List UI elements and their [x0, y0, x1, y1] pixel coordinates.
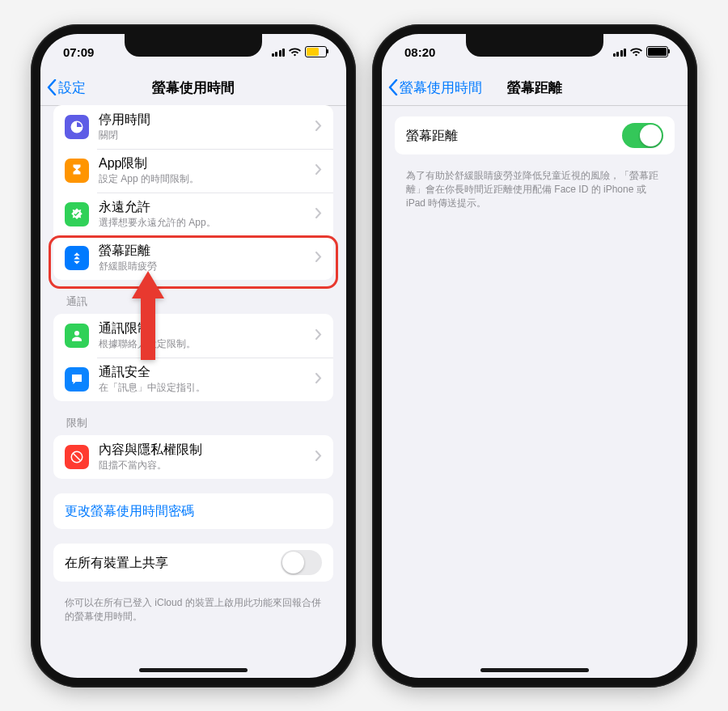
status-right	[613, 46, 669, 57]
chevron-left-icon	[47, 79, 57, 95]
nav-bar: 設定 螢幕使用時間	[40, 70, 346, 106]
distance-title: 螢幕距離	[99, 243, 311, 259]
svg-point-0	[74, 331, 79, 336]
chevron-right-icon	[315, 450, 322, 464]
commlimit-sub: 根據聯絡人設定限制。	[99, 337, 311, 351]
section-restrict-label: 限制	[66, 416, 320, 430]
applimit-title: App限制	[99, 155, 311, 171]
share-title: 在所有裝置上共享	[65, 555, 281, 571]
commsafe-title: 通訊安全	[99, 364, 311, 380]
row-distance-toggle[interactable]: 螢幕距離	[395, 116, 675, 154]
distance-icon	[65, 246, 89, 270]
group-distance: 螢幕距離	[395, 116, 675, 154]
chevron-right-icon	[315, 207, 322, 222]
row-downtime[interactable]: 停用時間 關閉	[53, 105, 333, 149]
row-screen-distance[interactable]: 螢幕距離 舒緩眼睛疲勞	[53, 236, 333, 280]
wifi-icon	[630, 48, 642, 57]
commlimit-title: 通訊限制	[99, 320, 311, 336]
chevron-right-icon	[315, 372, 322, 387]
home-indicator	[480, 668, 589, 672]
group-share: 在所有裝置上共享	[53, 544, 333, 582]
status-time: 07:09	[63, 45, 94, 59]
passcode-title: 更改螢幕使用時間密碼	[65, 503, 322, 519]
distance-sub: 舒緩眼睛疲勞	[99, 260, 311, 273]
nav-bar: 螢幕使用時間 螢幕距離	[382, 70, 688, 106]
content-title: 內容與隱私權限制	[99, 442, 311, 458]
chevron-right-icon	[315, 163, 322, 178]
row-app-limit[interactable]: App限制 設定 App 的時間限制。	[53, 149, 333, 193]
content-sub: 阻擋不當內容。	[99, 459, 311, 472]
back-label: 設定	[58, 78, 86, 97]
section-comm-label: 通訊	[66, 294, 320, 309]
nosign-icon	[65, 445, 89, 469]
signal-icon	[613, 48, 627, 57]
wifi-icon	[289, 48, 301, 57]
distance-toggle[interactable]	[622, 123, 663, 148]
group-restrictions: 內容與隱私權限制 阻擋不當內容。	[53, 435, 333, 479]
commsafe-sub: 在「訊息」中設定指引。	[99, 381, 311, 395]
row-comm-limit[interactable]: 通訊限制 根據聯絡人設定限制。	[53, 314, 333, 358]
back-label: 螢幕使用時間	[400, 78, 482, 97]
always-sub: 選擇想要永遠允許的 App。	[99, 216, 311, 230]
row-share-devices[interactable]: 在所有裝置上共享	[53, 544, 333, 582]
distance-toggle-title: 螢幕距離	[406, 128, 622, 144]
row-comm-safety[interactable]: 通訊安全 在「訊息」中設定指引。	[53, 358, 333, 401]
applimit-sub: 設定 App 的時間限制。	[99, 172, 311, 186]
phone-right: 08:20 螢幕使用時間 螢幕距離 螢幕距離 為了有助於舒緩眼睛疲勞並降低兒童近…	[372, 24, 697, 688]
chevron-right-icon	[315, 120, 322, 134]
checkmark-icon	[65, 202, 89, 226]
nav-title: 螢幕使用時間	[152, 78, 235, 97]
home-indicator	[139, 668, 248, 672]
content-left: 停用時間 關閉 App限制 設定 App 的時間限制。	[40, 105, 346, 678]
status-time: 08:20	[404, 45, 435, 59]
back-button[interactable]: 螢幕使用時間	[388, 70, 482, 105]
chevron-right-icon	[315, 328, 322, 343]
row-content-restrict[interactable]: 內容與隱私權限制 阻擋不當內容。	[53, 435, 333, 479]
person-icon	[65, 324, 89, 348]
row-always-allowed[interactable]: 永遠允許 選擇想要永遠允許的 App。	[53, 193, 333, 236]
downtime-sub: 關閉	[99, 129, 311, 142]
status-right	[272, 46, 328, 57]
phone-left: 07:09 設定 螢幕使用時間 停用時間	[31, 24, 356, 688]
group-communication: 通訊限制 根據聯絡人設定限制。 通訊安全 在「訊息」中設定指引。	[53, 314, 333, 401]
screen-right: 08:20 螢幕使用時間 螢幕距離 螢幕距離 為了有助於舒緩眼睛疲勞並降低兒童近…	[382, 34, 688, 678]
downtime-icon	[65, 115, 89, 139]
back-button[interactable]: 設定	[47, 70, 86, 105]
svg-line-2	[74, 454, 81, 461]
group-limits: 停用時間 關閉 App限制 設定 App 的時間限制。	[53, 105, 333, 280]
content-right: 螢幕距離 為了有助於舒緩眼睛疲勞並降低兒童近視的風險，「螢幕距離」會在你長時間近…	[382, 105, 688, 678]
bubble-icon	[65, 367, 89, 391]
notch	[125, 34, 262, 57]
share-footer: 你可以在所有已登入 iCloud 的裝置上啟用此功能來回報合併的螢幕使用時間。	[65, 596, 322, 624]
row-change-passcode[interactable]: 更改螢幕使用時間密碼	[53, 493, 333, 529]
downtime-title: 停用時間	[99, 112, 311, 128]
notch	[466, 34, 603, 57]
nav-title: 螢幕距離	[507, 78, 562, 97]
chevron-right-icon	[315, 251, 322, 265]
group-passcode: 更改螢幕使用時間密碼	[53, 493, 333, 529]
screen-left: 07:09 設定 螢幕使用時間 停用時間	[40, 34, 346, 678]
battery-icon	[305, 46, 327, 57]
battery-icon	[646, 46, 668, 57]
always-title: 永遠允許	[99, 199, 311, 215]
share-toggle[interactable]	[281, 550, 322, 575]
signal-icon	[272, 48, 286, 57]
distance-footer: 為了有助於舒緩眼睛疲勞並降低兒童近視的風險，「螢幕距離」會在你長時間近距離使用配…	[406, 169, 663, 209]
chevron-left-icon	[388, 79, 398, 95]
hourglass-icon	[65, 159, 89, 183]
